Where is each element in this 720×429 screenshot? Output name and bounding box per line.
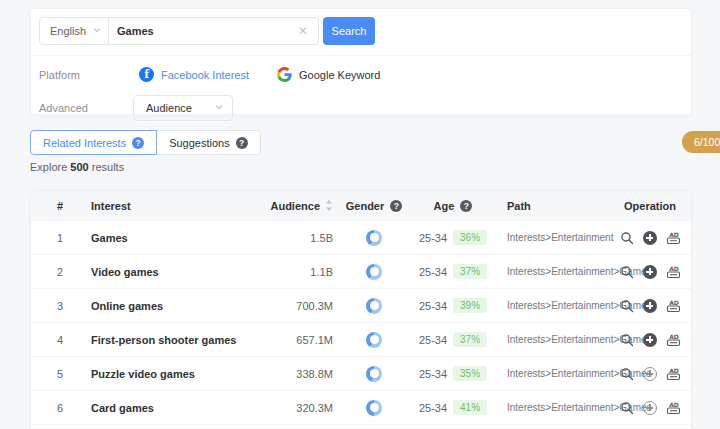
- ad-targeting-icon[interactable]: AD: [666, 401, 681, 415]
- ad-targeting-icon[interactable]: AD: [666, 367, 681, 381]
- gender-donut-chart: [366, 366, 382, 382]
- add-interest-icon[interactable]: [643, 299, 657, 313]
- audience-value: 320.3M: [259, 402, 339, 414]
- search-detail-icon[interactable]: [620, 401, 634, 415]
- interest-name: Video games: [87, 266, 259, 278]
- age-range: 25-34: [419, 266, 447, 278]
- question-icon[interactable]: ?: [460, 200, 472, 212]
- results-summary-suffix: results: [92, 161, 124, 173]
- table-row: 5 Puzzle video games 338.8M 25-34 35% In…: [31, 357, 691, 391]
- results-summary-prefix: Explore: [30, 161, 67, 173]
- interest-path: Interests>Entertainment: [497, 232, 607, 243]
- col-header-age-label: Age: [434, 200, 455, 212]
- svg-text:AD: AD: [669, 299, 679, 306]
- svg-text:AD: AD: [669, 333, 679, 340]
- search-button[interactable]: Search: [323, 17, 375, 45]
- col-header-operation: Operation: [607, 200, 692, 212]
- search-input[interactable]: [117, 25, 296, 37]
- language-select-value: English: [50, 25, 86, 37]
- search-input-wrap: ✕: [109, 17, 319, 45]
- gender-donut-chart: [366, 298, 382, 314]
- col-header-age: Age ?: [409, 200, 497, 212]
- tab-label: Related Interests: [43, 137, 126, 149]
- tab-related-interests[interactable]: Related Interests ?: [30, 130, 157, 155]
- row-index: 3: [57, 300, 87, 312]
- platform-option-label: Google Keyword: [299, 69, 380, 81]
- advanced-row: Advanced Audience: [31, 95, 691, 121]
- age-percent-badge: 37%: [453, 332, 487, 347]
- age-range: 25-34: [419, 368, 447, 380]
- ad-targeting-icon[interactable]: AD: [666, 231, 681, 245]
- results-table: # Interest Audience Gender ? Age ? Path …: [30, 190, 692, 429]
- row-index: 2: [57, 266, 87, 278]
- audience-select[interactable]: Audience: [133, 95, 233, 121]
- table-row: 4 First-person shooter games 657.1M 25-3…: [31, 323, 691, 357]
- results-tabs: Related Interests ? Suggestions ?: [30, 130, 261, 155]
- search-detail-icon[interactable]: [620, 231, 634, 245]
- audience-select-value: Audience: [146, 102, 192, 114]
- search-detail-icon[interactable]: [620, 299, 634, 313]
- audience-value: 700.3M: [259, 300, 339, 312]
- interest-name: Online games: [87, 300, 259, 312]
- age-cell: 25-34 37%: [409, 332, 497, 347]
- add-interest-icon[interactable]: [643, 333, 657, 347]
- add-interest-icon[interactable]: [643, 367, 657, 381]
- tab-label: Suggestions: [169, 137, 230, 149]
- svg-text:AD: AD: [669, 265, 679, 272]
- platform-option-facebook[interactable]: f Facebook Interest: [139, 67, 249, 82]
- interest-path: Interests>Entertainment>Games: [497, 368, 607, 379]
- add-interest-icon[interactable]: [643, 231, 657, 245]
- interest-name: Puzzle video games: [87, 368, 259, 380]
- age-cell: 25-34 36%: [409, 230, 497, 245]
- search-detail-icon[interactable]: [620, 265, 634, 279]
- age-percent-badge: 39%: [453, 298, 487, 313]
- operation-cell: AD: [607, 367, 692, 381]
- col-header-path: Path: [497, 200, 607, 212]
- svg-text:AD: AD: [669, 367, 679, 374]
- age-cell: 25-34 41%: [409, 400, 497, 415]
- age-percent-badge: 37%: [453, 264, 487, 279]
- question-icon[interactable]: ?: [132, 137, 144, 149]
- gender-cell: [339, 332, 409, 348]
- table-row: 3 Online games 700.3M 25-34 39% Interest…: [31, 289, 691, 323]
- gender-donut-chart: [366, 400, 382, 416]
- chevron-down-icon: [214, 102, 224, 114]
- search-row: English ✕ Search: [31, 9, 691, 56]
- col-header-audience: Audience: [259, 199, 339, 214]
- chevron-down-icon: [92, 25, 102, 37]
- question-icon[interactable]: ?: [390, 200, 402, 212]
- platform-row: Platform f Facebook Interest Google Keyw…: [31, 67, 691, 82]
- add-interest-icon[interactable]: [643, 401, 657, 415]
- add-interest-icon[interactable]: [643, 265, 657, 279]
- ad-targeting-icon[interactable]: AD: [666, 333, 681, 347]
- sort-icon[interactable]: [325, 199, 333, 214]
- ad-targeting-icon[interactable]: AD: [666, 265, 681, 279]
- language-select[interactable]: English: [39, 17, 109, 45]
- row-index: 5: [57, 368, 87, 380]
- col-header-gender: Gender ?: [339, 200, 409, 212]
- ad-targeting-icon[interactable]: AD: [666, 299, 681, 313]
- svg-text:AD: AD: [669, 231, 679, 238]
- table-header: # Interest Audience Gender ? Age ? Path …: [31, 191, 691, 221]
- audience-value: 1.1B: [259, 266, 339, 278]
- platform-option-google[interactable]: Google Keyword: [277, 67, 380, 82]
- interest-name: First-person shooter games: [87, 334, 259, 346]
- question-icon[interactable]: ?: [236, 137, 248, 149]
- operation-cell: AD: [607, 265, 692, 279]
- row-index: 6: [57, 402, 87, 414]
- table-row: 1 Games 1.5B 25-34 36% Interests>Enterta…: [31, 221, 691, 255]
- tab-suggestions[interactable]: Suggestions ?: [156, 130, 261, 155]
- col-header-audience-label: Audience: [270, 200, 320, 212]
- search-panel: English ✕ Search Platform f Facebook Int…: [30, 8, 692, 115]
- gender-cell: [339, 298, 409, 314]
- search-detail-icon[interactable]: [620, 367, 634, 381]
- search-detail-icon[interactable]: [620, 333, 634, 347]
- age-percent-badge: 41%: [453, 400, 487, 415]
- age-range: 25-34: [419, 402, 447, 414]
- facebook-icon: f: [139, 67, 154, 82]
- clear-icon[interactable]: ✕: [296, 24, 310, 38]
- age-percent-badge: 35%: [453, 366, 487, 381]
- row-index: 4: [57, 334, 87, 346]
- gender-donut-chart: [366, 230, 382, 246]
- interest-path: Interests>Entertainment>Games: [497, 402, 607, 413]
